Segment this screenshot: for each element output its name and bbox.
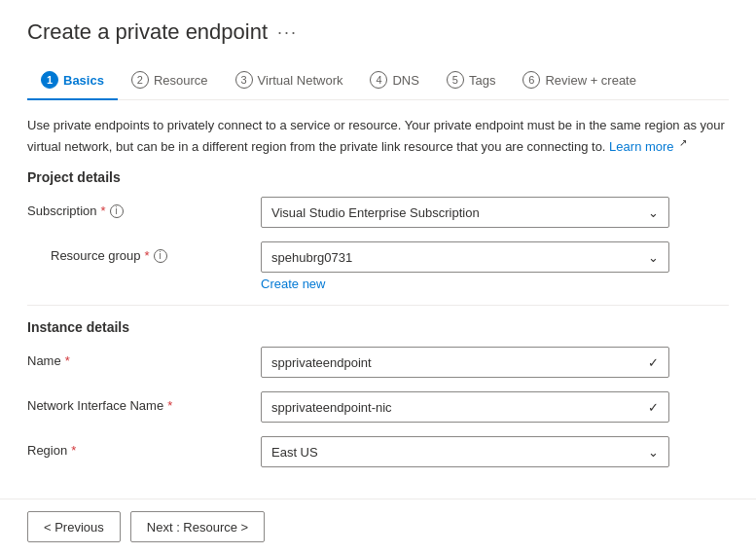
instance-details-title: Instance details — [27, 319, 729, 335]
step-review-create-circle: 6 — [522, 71, 540, 89]
region-chevron: ⌄ — [648, 445, 659, 460]
step-dns[interactable]: 4 DNS — [356, 63, 432, 100]
external-link-icon: ↗ — [679, 137, 687, 148]
subscription-label: Subscription * i — [27, 197, 261, 218]
step-virtual-network-circle: 3 — [235, 71, 253, 89]
step-virtual-network[interactable]: 3 Virtual Network — [222, 63, 357, 100]
page-title-row: Create a private endpoint ··· — [27, 19, 729, 45]
step-basics-circle: 1 — [41, 71, 58, 89]
previous-button[interactable]: < Previous — [27, 511, 121, 542]
info-text: Use private endpoints to privately conne… — [27, 116, 729, 156]
resource-group-dropdown[interactable]: spehubrg0731 ⌄ — [261, 241, 669, 273]
region-row: Region * East US ⌄ — [27, 436, 729, 467]
resource-group-required: * — [145, 248, 150, 263]
nic-name-label: Network Interface Name * — [27, 391, 261, 413]
region-value: East US — [271, 445, 318, 460]
nic-name-input[interactable]: spprivateendpoint-nic ✓ — [261, 391, 669, 423]
create-new-link[interactable]: Create new — [261, 277, 325, 291]
step-resource[interactable]: 2 Resource — [118, 63, 222, 100]
wizard-steps: 1 Basics 2 Resource 3 Virtual Network 4 … — [27, 62, 729, 100]
step-resource-circle: 2 — [131, 71, 149, 89]
region-dropdown[interactable]: East US ⌄ — [261, 436, 669, 467]
subscription-value: Visual Studio Enterprise Subscription — [271, 205, 480, 220]
subscription-control: Visual Studio Enterprise Subscription ⌄ — [261, 197, 729, 228]
step-basics[interactable]: 1 Basics — [27, 63, 118, 100]
step-resource-label: Resource — [154, 73, 208, 88]
subscription-chevron: ⌄ — [648, 205, 659, 220]
nic-name-check-icon: ✓ — [648, 400, 659, 415]
subscription-info-icon[interactable]: i — [110, 204, 124, 218]
nic-name-value: spprivateendpoint-nic — [271, 400, 392, 415]
name-control: spprivateendpoint ✓ — [261, 347, 729, 378]
next-button[interactable]: Next : Resource > — [130, 511, 265, 542]
step-tags-circle: 5 — [447, 71, 464, 89]
name-value: spprivateendpoint — [271, 355, 372, 370]
resource-group-value: spehubrg0731 — [271, 250, 352, 265]
subscription-required: * — [101, 203, 106, 218]
project-details-title: Project details — [27, 169, 729, 185]
step-tags[interactable]: 5 Tags — [433, 63, 509, 100]
footer: < Previous Next : Resource > — [0, 499, 756, 554]
name-required: * — [65, 353, 70, 368]
step-virtual-network-label: Virtual Network — [258, 73, 343, 88]
step-review-create[interactable]: 6 Review + create — [509, 63, 650, 100]
region-required: * — [71, 443, 76, 458]
name-input[interactable]: spprivateendpoint ✓ — [261, 347, 669, 378]
nic-name-row: Network Interface Name * spprivateendpoi… — [27, 391, 729, 423]
step-tags-label: Tags — [469, 73, 495, 88]
resource-group-row: Resource group * i spehubrg0731 ⌄ Create… — [27, 241, 729, 291]
name-check-icon: ✓ — [648, 355, 659, 370]
step-dns-circle: 4 — [370, 71, 387, 89]
nic-name-required: * — [167, 398, 172, 413]
name-label: Name * — [27, 347, 261, 368]
nic-name-control: spprivateendpoint-nic ✓ — [261, 391, 729, 423]
resource-group-info-icon[interactable]: i — [154, 249, 167, 263]
region-control: East US ⌄ — [261, 436, 729, 467]
page-title: Create a private endpoint — [27, 19, 268, 45]
step-basics-label: Basics — [63, 73, 104, 88]
region-label: Region * — [27, 436, 261, 458]
resource-group-chevron: ⌄ — [648, 250, 659, 265]
step-review-create-label: Review + create — [545, 73, 636, 88]
name-row: Name * spprivateendpoint ✓ — [27, 347, 729, 378]
section-divider — [27, 305, 729, 306]
step-dns-label: DNS — [392, 73, 418, 88]
page-title-ellipsis[interactable]: ··· — [277, 22, 298, 43]
resource-group-label: Resource group * i — [51, 241, 261, 263]
subscription-row: Subscription * i Visual Studio Enterpris… — [27, 197, 729, 228]
learn-more-link[interactable]: Learn more — [609, 139, 673, 154]
subscription-dropdown[interactable]: Visual Studio Enterprise Subscription ⌄ — [261, 197, 669, 228]
resource-group-control: spehubrg0731 ⌄ Create new — [261, 241, 729, 291]
